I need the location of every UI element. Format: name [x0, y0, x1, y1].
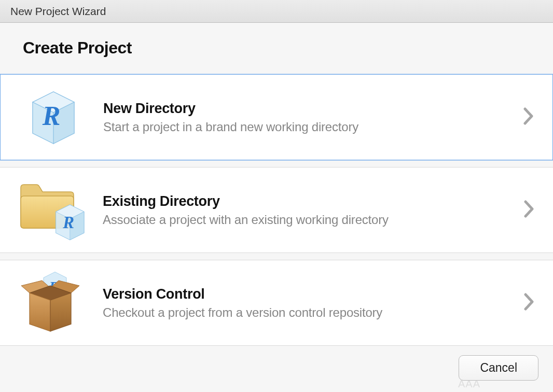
chevron-right-icon	[524, 293, 538, 313]
window-titlebar: New Project Wizard	[0, 0, 553, 23]
option-title: Existing Directory	[103, 193, 519, 209]
option-existing-directory[interactable]: R Existing Directory Associate a project…	[0, 167, 553, 253]
chevron-right-icon	[524, 200, 538, 220]
svg-text:R: R	[62, 213, 74, 232]
option-title: New Directory	[103, 101, 518, 117]
window-title: New Project Wizard	[10, 5, 106, 18]
dialog-header: Create Project	[0, 23, 553, 74]
option-text-block: Version Control Checkout a project from …	[89, 284, 524, 322]
cancel-button[interactable]: Cancel	[459, 355, 538, 381]
chevron-right-icon	[523, 107, 538, 127]
option-title: Version Control	[103, 286, 519, 302]
folder-r-cube-icon: R	[17, 179, 89, 241]
option-text-block: New Directory Start a project in a brand…	[90, 99, 523, 136]
svg-text:R: R	[42, 101, 61, 131]
project-type-list: R New Directory Start a project in a bra…	[0, 74, 553, 345]
page-title: Create Project	[23, 38, 530, 58]
option-description: Start a project in a brand new working d…	[103, 120, 518, 134]
option-description: Associate a project with an existing wor…	[103, 213, 519, 227]
option-new-directory[interactable]: R New Directory Start a project in a bra…	[0, 74, 553, 160]
dialog-footer: Cancel	[0, 345, 553, 392]
option-description: Checkout a project from a version contro…	[103, 305, 519, 320]
box-r-cube-icon: R	[17, 272, 89, 334]
r-cube-icon: R	[17, 86, 90, 148]
option-version-control[interactable]: R	[0, 260, 553, 346]
option-text-block: Existing Directory Associate a project w…	[89, 191, 524, 229]
